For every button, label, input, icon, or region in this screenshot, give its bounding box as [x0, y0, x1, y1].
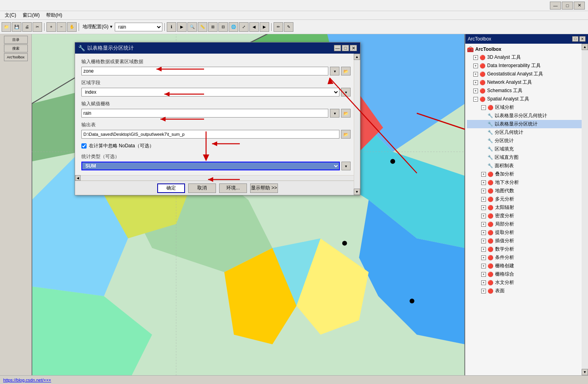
expand-groundwater-icon[interactable]: + — [481, 180, 486, 185]
tree-item-3d[interactable]: + 🔴 3D Analyst 工具 — [467, 53, 586, 62]
toolbar-btn-back[interactable]: ◀ — [249, 22, 259, 32]
expand-zone-icon[interactable]: − — [481, 105, 486, 110]
tree-item-tabulate-geo[interactable]: 🔧 以表格显示分区几何统计 — [467, 112, 586, 120]
expand-interop-icon[interactable]: + — [473, 64, 478, 68]
tree-item-raster-create[interactable]: + 🔴 栅格创建 — [467, 262, 586, 270]
value-raster-folder-btn[interactable]: 📂 — [341, 109, 351, 118]
expand-solar-icon[interactable]: + — [481, 205, 486, 210]
expand-spatial-icon[interactable]: − — [473, 97, 478, 102]
scroll-up-btn[interactable]: ▲ — [354, 54, 360, 60]
toolbox-scroll-up-btn[interactable]: ▲ — [582, 44, 588, 50]
expand-schematics-icon[interactable]: + — [473, 89, 478, 93]
expand-raster-create-icon[interactable]: + — [481, 264, 486, 268]
toolbar-btn-extent[interactable]: ⤢ — [239, 22, 249, 32]
toolbar-btn-zoom-out[interactable]: − — [57, 22, 66, 32]
tree-item-hydro[interactable]: + 🔴 水文分析 — [467, 278, 586, 287]
tree-item-conditional[interactable]: + 🔴 条件分析 — [467, 253, 586, 262]
strip-btn-3[interactable]: ArcToolbox — [4, 53, 28, 61]
expand-local-icon[interactable]: + — [481, 222, 486, 227]
output-table-folder-btn[interactable]: 📂 — [341, 130, 351, 139]
tree-item-math[interactable]: + 🔴 数学分析 — [467, 245, 586, 253]
menu-window[interactable]: 窗口(W) — [19, 11, 43, 19]
tree-item-spatial[interactable]: − 🔴 Spatial Analyst 工具 — [467, 95, 586, 103]
expand-density-icon[interactable]: + — [481, 214, 486, 218]
expand-hydro-icon[interactable]: + — [481, 280, 486, 285]
toolbar-btn-search[interactable]: 🔍 — [187, 22, 197, 32]
tree-item-zone-hist[interactable]: 🔧 区域直方图 — [467, 153, 586, 162]
tree-item-interop[interactable]: + 🔴 Data Interoperability 工具 — [467, 62, 586, 70]
expand-geo-icon[interactable]: + — [473, 72, 478, 77]
expand-3d-icon[interactable]: + — [473, 55, 478, 60]
expand-raster-gen-icon[interactable]: + — [481, 272, 486, 277]
tree-item-zone-fill[interactable]: 🔧 区域填充 — [467, 145, 586, 153]
close-button[interactable]: ✕ — [574, 2, 585, 10]
value-raster-dropdown-btn[interactable]: ▾ — [330, 109, 339, 118]
toolbar-btn-zoom-in[interactable]: + — [46, 22, 56, 32]
ok-button[interactable]: 确定 — [157, 183, 185, 193]
hscroll-left-btn[interactable]: ◀ — [75, 175, 81, 181]
zone-raster-browse-btn[interactable]: ▾ — [330, 67, 339, 75]
toolbox-scroll-down-btn[interactable]: ▼ — [582, 369, 588, 375]
tree-item-solar[interactable]: + 🔴 太阳辐射 — [467, 203, 586, 212]
toolbar-btn-pan[interactable]: ✋ — [67, 22, 77, 32]
stat-type-dropdown-btn[interactable]: ▾ — [341, 162, 351, 170]
toolbar-btn-1[interactable]: 📁 — [2, 22, 11, 32]
help-button[interactable]: 显示帮助 >> — [250, 183, 278, 193]
panel-close-btn[interactable]: ✕ — [579, 36, 586, 42]
expand-conditional-icon[interactable]: + — [481, 255, 486, 260]
tree-item-schematics[interactable]: + 🔴 Schematics 工具 — [467, 87, 586, 95]
tree-item-tabulate-geo2[interactable]: 🔧 分区几何统计 — [467, 128, 586, 137]
panel-undock-btn[interactable]: □ — [572, 36, 578, 42]
toolbar-btn-identify[interactable]: ℹ — [167, 22, 176, 32]
toolbar-btn-5[interactable]: ⊞ — [208, 22, 218, 32]
toolbar-btn-select[interactable]: ▶ — [177, 22, 187, 32]
expand-interpolate-icon[interactable]: + — [481, 239, 486, 243]
maximize-button[interactable]: □ — [562, 2, 573, 10]
expand-network-icon[interactable]: + — [473, 80, 478, 85]
dialog-close-btn[interactable]: ✕ — [350, 45, 357, 51]
toolbar-btn-6[interactable]: ⊟ — [218, 22, 228, 32]
expand-extract-icon[interactable]: + — [481, 230, 486, 235]
toolbar-btn-edit2[interactable]: ✎ — [284, 22, 293, 32]
tree-item-zonal-stat[interactable]: 🔧 分区统计 — [467, 137, 586, 145]
tree-item-local[interactable]: + 🔴 局部分析 — [467, 220, 586, 228]
menu-file[interactable]: 文(C) — [2, 11, 19, 19]
tree-item-raster-gen[interactable]: + 🔴 栅格综合 — [467, 270, 586, 278]
strip-btn-2[interactable]: 搜索 — [4, 44, 28, 52]
tree-item-area-table[interactable]: 🔧 面积制表 — [467, 162, 586, 170]
minimize-button[interactable]: — — [550, 2, 561, 10]
layer-dropdown[interactable]: rain — [115, 23, 162, 31]
toolbar-btn-measure[interactable]: 📏 — [198, 22, 207, 32]
tree-item-extract[interactable]: + 🔴 提取分析 — [467, 228, 586, 237]
tree-item-mapcalc[interactable]: + 🔴 地图代数 — [467, 187, 586, 195]
tree-item-groundwater[interactable]: + 🔴 地下水分析 — [467, 178, 586, 187]
tree-item-zone[interactable]: − 🔴 区域分析 — [467, 103, 586, 112]
tree-item-network[interactable]: + 🔴 Network Analyst 工具 — [467, 78, 586, 87]
expand-multi-icon[interactable]: + — [481, 197, 486, 202]
tree-item-surface[interactable]: + 🔴 表面 — [467, 287, 586, 295]
expand-mapcalc-icon[interactable]: + — [481, 189, 486, 193]
toolbar-btn-globe[interactable]: 🌐 — [229, 22, 238, 32]
menu-help[interactable]: 帮助(H) — [43, 11, 66, 19]
tree-item-zonal-stat-table[interactable]: 🔧 以表格显示分区统计 — [467, 120, 586, 128]
toolbar-btn-cut[interactable]: ✂ — [33, 22, 42, 32]
expand-math-icon[interactable]: + — [481, 247, 486, 252]
zone-field-dropdown-btn[interactable]: ▾ — [341, 88, 351, 96]
scroll-down-btn[interactable]: ▼ — [354, 189, 360, 195]
dialog-maximize-btn[interactable]: □ — [342, 45, 349, 51]
toolbar-btn-fwd[interactable]: ▶ — [260, 22, 269, 32]
toolbar-btn-3[interactable]: 🖨 — [22, 22, 32, 32]
toolbar-btn-edit1[interactable]: ✏ — [274, 22, 283, 32]
tree-item-interpolate[interactable]: + 🔴 插值分析 — [467, 237, 586, 245]
expand-overlay-icon[interactable]: + — [481, 172, 486, 177]
expand-surface-icon[interactable]: + — [481, 289, 486, 293]
tree-item-overlay[interactable]: + 🔴 叠加分析 — [467, 170, 586, 178]
tree-item-multi[interactable]: + 🔴 多元分析 — [467, 195, 586, 203]
nodata-checkbox[interactable] — [81, 143, 87, 149]
tree-item-geo[interactable]: + 🔴 Geostatistical Analyst 工具 — [467, 70, 586, 78]
toolbar-btn-2[interactable]: 💾 — [12, 22, 21, 32]
tree-item-density[interactable]: + 🔴 密度分析 — [467, 212, 586, 220]
dialog-minimize-btn[interactable]: — — [334, 45, 341, 51]
strip-btn-1[interactable]: 目录 — [4, 36, 28, 44]
zone-field-select[interactable]: index — [81, 88, 339, 96]
